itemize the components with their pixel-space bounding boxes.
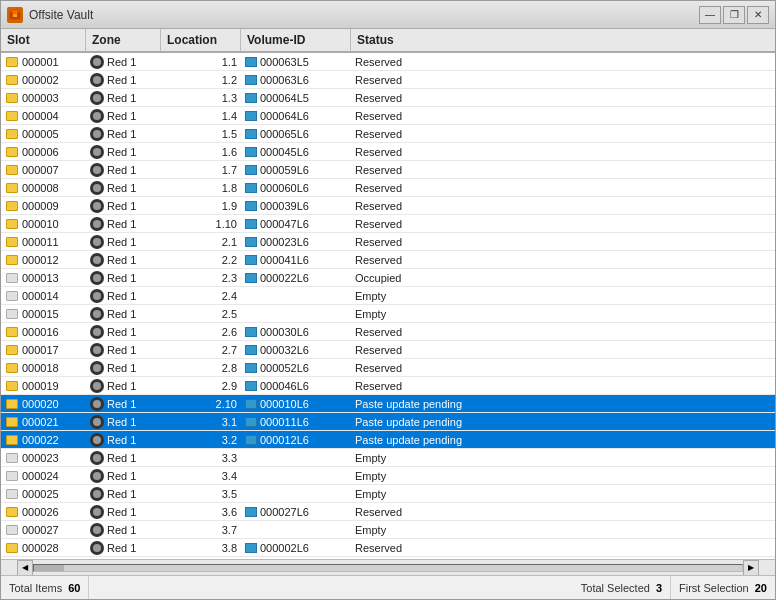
volume-icon (245, 165, 257, 175)
cell-volume-id: 000045L6 (241, 143, 351, 160)
zone-name: Red 1 (107, 452, 136, 464)
tape-icon (5, 73, 19, 87)
volume-id-text: 000011L6 (260, 416, 309, 428)
zone-icon (90, 307, 104, 321)
close-button[interactable]: ✕ (747, 6, 769, 24)
table-row[interactable]: 000016Red 12.6000030L6Reserved (1, 323, 775, 341)
table-row[interactable]: 000003Red 11.3000064L5Reserved (1, 89, 775, 107)
scrollbar-track[interactable] (33, 564, 743, 572)
volume-icon (245, 129, 257, 139)
slot-number: 000028 (22, 542, 59, 554)
cell-location: 3.8 (161, 539, 241, 556)
zone-icon (90, 343, 104, 357)
zone-name: Red 1 (107, 308, 136, 320)
table-row[interactable]: 000017Red 12.7000032L6Reserved (1, 341, 775, 359)
volume-id-text: 000023L6 (260, 236, 309, 248)
cell-location: 1.3 (161, 89, 241, 106)
cell-volume-id: 000046L6 (241, 377, 351, 394)
table-row[interactable]: 000026Red 13.6000027L6Reserved (1, 503, 775, 521)
cell-location: 1.5 (161, 125, 241, 142)
volume-id-text: 000047L6 (260, 218, 309, 230)
table-row[interactable]: 000024Red 13.4Empty (1, 467, 775, 485)
table-row[interactable]: 000010Red 11.10000047L6Reserved (1, 215, 775, 233)
zone-icon (90, 505, 104, 519)
volume-icon (245, 111, 257, 121)
cell-zone: Red 1 (86, 341, 161, 358)
volume-id-text: 000046L6 (260, 380, 309, 392)
table-row[interactable]: 000021Red 13.1000011L6Paste update pendi… (1, 413, 775, 431)
table-row[interactable]: 000005Red 11.5000065L6Reserved (1, 125, 775, 143)
cell-slot: 000015 (1, 305, 86, 322)
table-row[interactable]: 000014Red 12.4Empty (1, 287, 775, 305)
col-header-location: Location (161, 29, 241, 51)
table-row[interactable]: 000011Red 12.1000023L6Reserved (1, 233, 775, 251)
total-selected-label: Total Selected (581, 582, 650, 594)
zone-icon (90, 523, 104, 537)
cell-volume-id (241, 449, 351, 466)
table-row[interactable]: 000022Red 13.2000012L6Paste update pendi… (1, 431, 775, 449)
table-row[interactable]: 000004Red 11.4000064L6Reserved (1, 107, 775, 125)
zone-icon (90, 91, 104, 105)
cell-status: Reserved (351, 197, 775, 214)
table-row[interactable]: 000008Red 11.8000060L6Reserved (1, 179, 775, 197)
cell-volume-id: 000039L6 (241, 197, 351, 214)
cell-volume-id: 000059L6 (241, 161, 351, 178)
cell-location: 3.6 (161, 503, 241, 520)
table-row[interactable]: 000023Red 13.3Empty (1, 449, 775, 467)
slot-number: 000007 (22, 164, 59, 176)
zone-name: Red 1 (107, 524, 136, 536)
zone-name: Red 1 (107, 362, 136, 374)
app-icon (7, 7, 23, 23)
scroll-left-button[interactable]: ◀ (17, 560, 33, 576)
cell-status: Reserved (351, 125, 775, 142)
cell-slot: 000007 (1, 161, 86, 178)
cell-location: 2.2 (161, 251, 241, 268)
tape-icon (5, 199, 19, 213)
table-body[interactable]: 000001Red 11.1000063L5Reserved000002Red … (1, 53, 775, 559)
table-row[interactable]: 000019Red 12.9000046L6Reserved (1, 377, 775, 395)
table-row[interactable]: 000012Red 12.2000041L6Reserved (1, 251, 775, 269)
cell-status: Reserved (351, 323, 775, 340)
cell-slot: 000021 (1, 413, 86, 430)
cell-volume-id: 000002L6 (241, 539, 351, 556)
table-row[interactable]: 000025Red 13.5Empty (1, 485, 775, 503)
table-row[interactable]: 000027Red 13.7Empty (1, 521, 775, 539)
cell-location: 2.5 (161, 305, 241, 322)
volume-id-text: 000063L5 (260, 56, 309, 68)
cell-volume-id: 000064L6 (241, 107, 351, 124)
horizontal-scrollbar[interactable]: ◀ ▶ (1, 559, 775, 575)
table-row[interactable]: 000018Red 12.8000052L6Reserved (1, 359, 775, 377)
volume-icon (245, 381, 257, 391)
cell-zone: Red 1 (86, 89, 161, 106)
scroll-right-button[interactable]: ▶ (743, 560, 759, 576)
table-row[interactable]: 000002Red 11.2000063L6Reserved (1, 71, 775, 89)
maximize-button[interactable]: ❐ (723, 6, 745, 24)
cell-volume-id: 000063L6 (241, 71, 351, 88)
cell-volume-id: 000011L6 (241, 413, 351, 430)
table-row[interactable]: 000006Red 11.6000045L6Reserved (1, 143, 775, 161)
table-row[interactable]: 000001Red 11.1000063L5Reserved (1, 53, 775, 71)
volume-id-text: 000039L6 (260, 200, 309, 212)
cell-volume-id: 000010L6 (241, 395, 351, 412)
zone-icon (90, 109, 104, 123)
selection-section: First Selection 20 (671, 576, 775, 599)
cell-slot: 000005 (1, 125, 86, 142)
volume-icon (245, 147, 257, 157)
volume-id-text: 000060L6 (260, 182, 309, 194)
minimize-button[interactable]: — (699, 6, 721, 24)
total-items-value: 60 (68, 582, 80, 594)
table-row[interactable]: 000015Red 12.5Empty (1, 305, 775, 323)
cell-location: 3.7 (161, 521, 241, 538)
zone-name: Red 1 (107, 470, 136, 482)
table-row[interactable]: 000009Red 11.9000039L6Reserved (1, 197, 775, 215)
cell-status: Empty (351, 305, 775, 322)
scrollbar-thumb[interactable] (34, 565, 64, 571)
volume-icon (245, 201, 257, 211)
table-row[interactable]: 000007Red 11.7000059L6Reserved (1, 161, 775, 179)
table-row[interactable]: 000028Red 13.8000002L6Reserved (1, 539, 775, 557)
table-row[interactable]: 000020Red 12.10000010L6Paste update pend… (1, 395, 775, 413)
empty-slot-icon (5, 289, 19, 303)
cell-location: 3.3 (161, 449, 241, 466)
volume-icon (245, 399, 257, 409)
table-row[interactable]: 000013Red 12.3000022L6Occupied (1, 269, 775, 287)
